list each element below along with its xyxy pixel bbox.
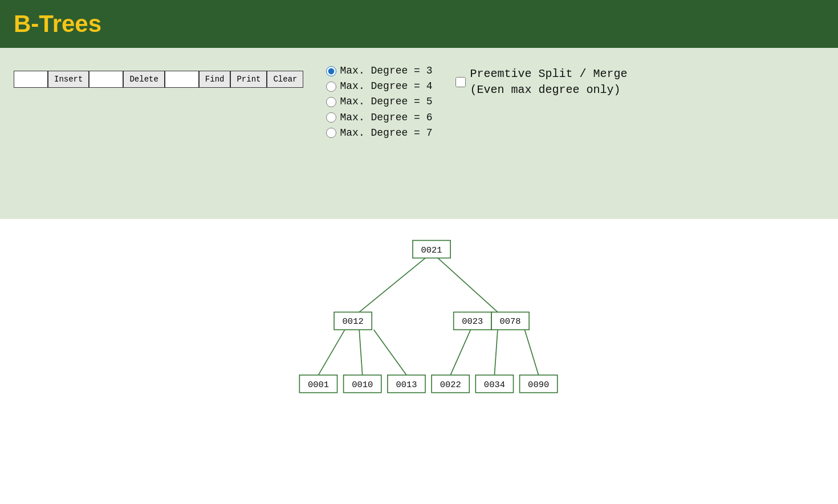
node-l4-text: 0022	[440, 380, 461, 390]
degree-5-option[interactable]: Max. Degree = 5	[326, 95, 432, 109]
node-l3-text: 0013	[396, 380, 417, 390]
edge-n2-l6	[524, 330, 538, 375]
degree-7-radio[interactable]	[326, 128, 336, 138]
insert-input[interactable]	[14, 71, 48, 88]
tree-area: 0021 0012 0023 0078 0001 0010 0013 0022 …	[0, 219, 838, 424]
find-input[interactable]	[165, 71, 199, 88]
degree-3-label: Max. Degree = 3	[340, 64, 432, 78]
delete-input[interactable]	[89, 71, 123, 88]
node-root-text: 0021	[421, 245, 442, 255]
degree-4-radio[interactable]	[326, 82, 336, 92]
header: B-Trees	[0, 0, 838, 48]
degree-6-radio[interactable]	[326, 112, 336, 123]
preemtive-text: Preemtive Split / Merge(Even max degree …	[470, 66, 628, 98]
edge-n1-l1	[318, 330, 344, 375]
print-button[interactable]: Print	[230, 71, 267, 88]
node-l6-text: 0090	[528, 380, 549, 390]
edge-n1-l2	[359, 330, 363, 375]
degree-5-label: Max. Degree = 5	[340, 95, 432, 109]
control-panel: Insert Delete Find Print Clear Max. Degr…	[0, 48, 838, 219]
clear-button[interactable]: Clear	[267, 71, 303, 88]
degree-panel: Max. Degree = 3 Max. Degree = 4 Max. Deg…	[326, 64, 432, 140]
edge-n1-l3	[374, 330, 406, 375]
node-l2-text: 0010	[352, 380, 373, 390]
degree-3-option[interactable]: Max. Degree = 3	[326, 64, 432, 78]
find-button[interactable]: Find	[199, 71, 231, 88]
edge-n2-l5	[494, 330, 498, 375]
degree-5-radio[interactable]	[326, 97, 336, 107]
degree-4-option[interactable]: Max. Degree = 4	[326, 79, 432, 94]
node-n1-text: 0012	[343, 316, 364, 327]
node-l1-text: 0001	[308, 380, 329, 390]
degree-7-option[interactable]: Max. Degree = 7	[326, 126, 432, 140]
edge-root-n1	[359, 258, 425, 312]
edge-n2-l4	[450, 330, 470, 375]
degree-7-label: Max. Degree = 7	[340, 126, 432, 140]
delete-button[interactable]: Delete	[123, 71, 164, 88]
degree-3-radio[interactable]	[326, 66, 336, 76]
insert-button[interactable]: Insert	[48, 71, 89, 88]
preemtive-checkbox[interactable]	[455, 77, 466, 87]
edge-root-n2	[438, 258, 498, 312]
degree-4-label: Max. Degree = 4	[340, 79, 432, 94]
degree-6-option[interactable]: Max. Degree = 6	[326, 111, 432, 125]
preemtive-panel: Preemtive Split / Merge(Even max degree …	[455, 66, 628, 98]
page-title: B-Trees	[14, 10, 824, 38]
preemtive-label[interactable]: Preemtive Split / Merge(Even max degree …	[455, 66, 628, 98]
node-l5-text: 0034	[484, 380, 505, 390]
node-n2-left-text: 0023	[462, 316, 483, 327]
node-n2-right-text: 0078	[499, 316, 520, 327]
tree-svg: 0021 0012 0023 0078 0001 0010 0013 0022 …	[248, 230, 590, 413]
degree-6-label: Max. Degree = 6	[340, 111, 432, 125]
toolbar: Insert Delete Find Print Clear	[14, 71, 303, 88]
